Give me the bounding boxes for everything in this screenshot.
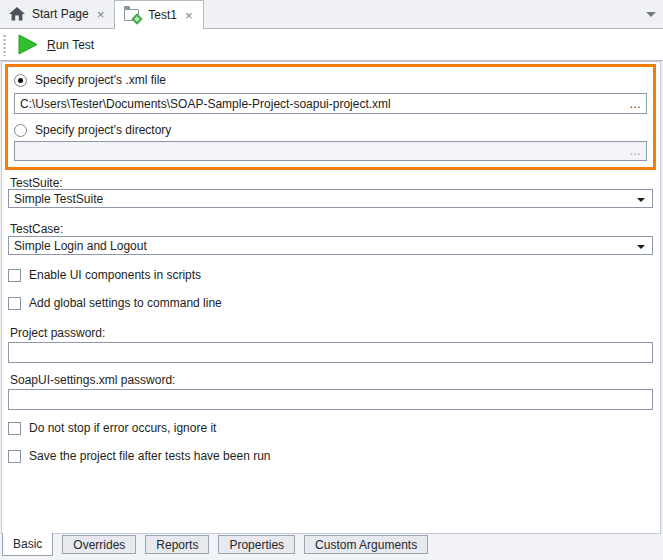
tab-custom-arguments[interactable]: Custom Arguments (304, 535, 428, 554)
radio-button-icon[interactable] (14, 74, 27, 87)
directory-input[interactable] (14, 141, 647, 161)
testsuite-label: TestSuite: (10, 176, 63, 190)
dropdown-arrow-icon (637, 245, 645, 249)
project-icon (124, 8, 141, 23)
run-test-label: Run Test (47, 38, 94, 52)
close-icon[interactable]: × (184, 9, 194, 22)
run-test-button[interactable]: Run Test (14, 31, 100, 58)
browse-directory-button[interactable]: … (629, 142, 642, 160)
tab-properties[interactable]: Properties (218, 535, 295, 554)
checkbox-global-settings[interactable]: Add global settings to command line (8, 296, 222, 310)
checkbox-label: Save the project file after tests have b… (29, 449, 270, 463)
radio-label: Specify project's directory (35, 123, 171, 137)
radio-label: Specify project's .xml file (35, 73, 166, 87)
tab-label: Basic (13, 537, 42, 551)
directory-field-wrap: … (14, 141, 647, 161)
testcase-label: TestCase: (10, 222, 63, 236)
project-password-label: Project password: (10, 326, 105, 340)
tab-list-arrow-icon[interactable] (646, 12, 656, 17)
checkbox-ignore-errors[interactable]: Do not stop if error occurs, ignore it (8, 421, 216, 435)
tab-label: Test1 (148, 8, 177, 22)
soapui-password-label: SoapUI-settings.xml password: (10, 373, 175, 387)
toolbar-grip-handle[interactable] (3, 34, 6, 56)
checkbox-icon[interactable] (8, 297, 21, 310)
checkbox-icon[interactable] (8, 269, 21, 282)
checkbox-label: Do not stop if error occurs, ignore it (29, 421, 216, 435)
xml-file-field-wrap: … (14, 93, 647, 114)
checkbox-icon[interactable] (8, 422, 21, 435)
project-password-wrap (8, 342, 653, 363)
testsuite-select[interactable]: Simple TestSuite (8, 189, 653, 208)
tab-overrides[interactable]: Overrides (62, 535, 136, 554)
checkbox-label: Enable UI components in scripts (29, 268, 201, 282)
basic-settings-panel: Specify project's .xml file … Specify pr… (1, 61, 661, 534)
soapui-password-wrap (8, 389, 653, 410)
soapui-password-input[interactable] (8, 389, 653, 410)
tab-label: Custom Arguments (315, 538, 417, 552)
home-icon (9, 7, 25, 21)
checkbox-enable-ui[interactable]: Enable UI components in scripts (8, 268, 201, 282)
testsuite-value: Simple TestSuite (14, 192, 103, 206)
settings-tab-strip: Basic Overrides Reports Properties Custo… (0, 534, 663, 560)
radio-button-icon[interactable] (14, 124, 27, 137)
tab-label: Properties (229, 538, 284, 552)
browse-xml-button[interactable]: … (629, 94, 642, 113)
checkbox-label: Add global settings to command line (29, 296, 222, 310)
tab-label: Overrides (73, 538, 125, 552)
tab-reports[interactable]: Reports (145, 535, 209, 554)
tab-label: Reports (156, 538, 198, 552)
radio-specify-directory[interactable]: Specify project's directory (14, 123, 171, 137)
close-icon[interactable]: × (96, 8, 106, 21)
checkbox-save-project[interactable]: Save the project file after tests have b… (8, 449, 270, 463)
tab-label: Start Page (32, 7, 89, 21)
play-icon (16, 33, 39, 56)
project-source-group: Specify project's .xml file … Specify pr… (5, 64, 656, 170)
toolbar: Run Test (0, 29, 663, 61)
tab-start-page[interactable]: Start Page × (0, 0, 114, 28)
document-tab-bar: Start Page × Test1 × (0, 0, 663, 29)
checkbox-icon[interactable] (8, 450, 21, 463)
project-password-input[interactable] (8, 342, 653, 363)
tab-basic[interactable]: Basic (2, 533, 53, 556)
xml-file-input[interactable] (14, 93, 647, 114)
radio-specify-xml[interactable]: Specify project's .xml file (14, 73, 166, 87)
dropdown-arrow-icon (637, 198, 645, 202)
testcase-value: Simple Login and Logout (14, 239, 147, 253)
tab-test1[interactable]: Test1 × (114, 0, 203, 29)
testcase-select[interactable]: Simple Login and Logout (8, 236, 653, 255)
